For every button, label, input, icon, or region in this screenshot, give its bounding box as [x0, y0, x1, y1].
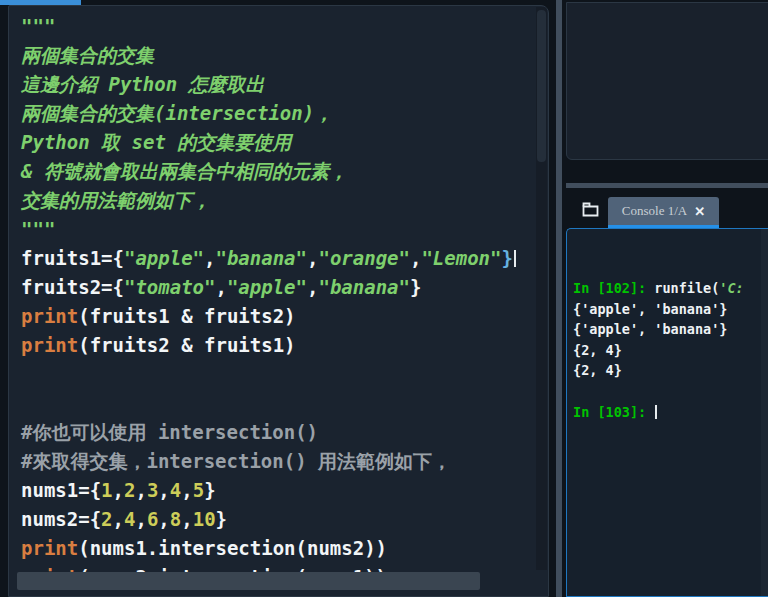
code-token: #你也可以使用 intersection() [21, 421, 318, 443]
code-token: 兩個集合的交集(intersection)， [21, 102, 333, 124]
text-cursor [514, 250, 516, 267]
code-token: , [135, 479, 146, 501]
code-editor[interactable]: """兩個集合的交集這邊介紹 Python 怎麼取出兩個集合的交集(inters… [8, 5, 549, 597]
code-token: & 符號就會取出兩集合中相同的元素， [21, 160, 348, 182]
code-line [21, 389, 530, 418]
code-token: runfile( [654, 280, 719, 296]
code-token: , [158, 508, 169, 530]
code-line: nums1={1,2,3,4,5} [21, 476, 530, 505]
code-line: print(fruits2 & fruits1) [21, 331, 530, 360]
code-token: , [135, 508, 146, 530]
code-token: "Lemon" [421, 247, 501, 269]
vertical-splitter[interactable] [556, 0, 562, 597]
code-line: & 符號就會取出兩集合中相同的元素， [21, 157, 530, 186]
code-token: , [158, 479, 169, 501]
code-token: , [181, 479, 192, 501]
code-token: fruits1={ [21, 247, 124, 269]
code-token: print [21, 537, 78, 559]
window-icon[interactable] [581, 201, 600, 218]
code-line: Python 取 set 的交集要使用 [21, 128, 530, 157]
code-line: print(fruits1 & fruits2) [21, 302, 530, 331]
code-token: , [113, 508, 124, 530]
code-token: "apple" [227, 276, 307, 298]
code-line: """ [21, 12, 530, 41]
code-token: } [502, 247, 513, 269]
code-line: In [102]: runfile('C: [573, 278, 760, 299]
code-token: "banana" [318, 276, 410, 298]
code-token: "banana" [215, 247, 307, 269]
code-token: 1 [101, 479, 112, 501]
code-token: 交集的用法範例如下， [21, 189, 211, 211]
code-line [21, 360, 530, 389]
code-token: nums2={ [21, 508, 101, 530]
code-token: fruits2={ [21, 276, 124, 298]
editor-tab-underline [0, 0, 81, 5]
code-token: , [204, 247, 215, 269]
code-line: 兩個集合的交集(intersection)， [21, 99, 530, 128]
editor-vertical-scrollbar[interactable] [536, 7, 547, 570]
code-token: {'apple', 'banana'} [573, 301, 727, 317]
code-token: "apple" [124, 247, 204, 269]
code-token: Python 取 set 的交集要使用 [21, 131, 291, 153]
editor-horizontal-scrollbar-thumb[interactable] [17, 572, 480, 590]
code-token: {2, 4} [573, 362, 622, 378]
code-line: nums2={2,4,6,8,10} [21, 505, 530, 534]
code-token: , [215, 276, 226, 298]
code-token: 6 [147, 508, 158, 530]
tab-console-1a[interactable]: Console 1/A ✕ [608, 197, 719, 225]
ipython-console[interactable]: In [102]: runfile('C:{'apple', 'banana'}… [566, 228, 768, 597]
editor-vertical-scrollbar-thumb[interactable] [537, 10, 546, 162]
code-token: """ [21, 218, 55, 240]
code-token: "tomato" [124, 276, 216, 298]
console-scrollbar[interactable] [761, 229, 768, 596]
code-token: (fruits2 & fruits1) [78, 334, 295, 356]
code-line [573, 381, 760, 402]
code-line: {2, 4} [573, 340, 760, 361]
code-line: {2, 4} [573, 360, 760, 381]
code-token: 5 [193, 479, 204, 501]
code-token: 3 [147, 479, 158, 501]
code-token: In [102]: [573, 280, 654, 296]
code-token: {2, 4} [573, 342, 622, 358]
code-token: 2 [101, 508, 112, 530]
spyder-window: """兩個集合的交集這邊介紹 Python 怎麼取出兩個集合的交集(inters… [0, 0, 768, 597]
code-token: , [410, 247, 421, 269]
close-icon[interactable]: ✕ [694, 204, 705, 219]
code-token: , [181, 508, 192, 530]
code-line: {'apple', 'banana'} [573, 299, 760, 320]
code-line: """ [21, 215, 530, 244]
code-token: {'apple', 'banana'} [573, 321, 727, 337]
code-line: fruits2={"tomato","apple","banana"} [21, 273, 530, 302]
code-token: } [204, 479, 215, 501]
code-line: {'apple', 'banana'} [573, 319, 760, 340]
code-token: 'C: [719, 280, 743, 296]
code-token: (nums1.intersection(nums2)) [78, 537, 387, 559]
horizontal-splitter[interactable] [566, 183, 768, 188]
code-token: 這邊介紹 Python 怎麼取出 [21, 73, 265, 95]
code-token: "orange" [318, 247, 410, 269]
top-right-pane [566, 2, 768, 160]
console-output: In [102]: runfile('C:{'apple', 'banana'}… [573, 278, 760, 422]
tab-console-label: Console 1/A [622, 203, 687, 219]
code-line: 兩個集合的交集 [21, 41, 530, 70]
code-token: nums1={ [21, 479, 101, 501]
code-line: In [103]: [573, 402, 760, 423]
code-token: 2 [124, 479, 135, 501]
code-token: } [216, 508, 227, 530]
code-line: #來取得交集，intersection() 用法範例如下， [21, 447, 530, 476]
code-line: 交集的用法範例如下， [21, 186, 530, 215]
code-line: 這邊介紹 Python 怎麼取出 [21, 70, 530, 99]
code-token: , [307, 247, 318, 269]
code-token: 4 [170, 479, 181, 501]
code-token: (fruits1 & fruits2) [78, 305, 295, 327]
code-token: , [307, 276, 318, 298]
code-token: 10 [193, 508, 216, 530]
code-token: } [410, 276, 421, 298]
code-token: , [113, 479, 124, 501]
editor-code: """兩個集合的交集這邊介紹 Python 怎麼取出兩個集合的交集(inters… [21, 12, 530, 592]
code-token: In [103]: [573, 404, 654, 420]
code-token: """ [21, 15, 55, 37]
code-token: #來取得交集，intersection() 用法範例如下， [21, 450, 451, 472]
code-token: 兩個集合的交集 [21, 44, 154, 66]
code-token: 8 [170, 508, 181, 530]
